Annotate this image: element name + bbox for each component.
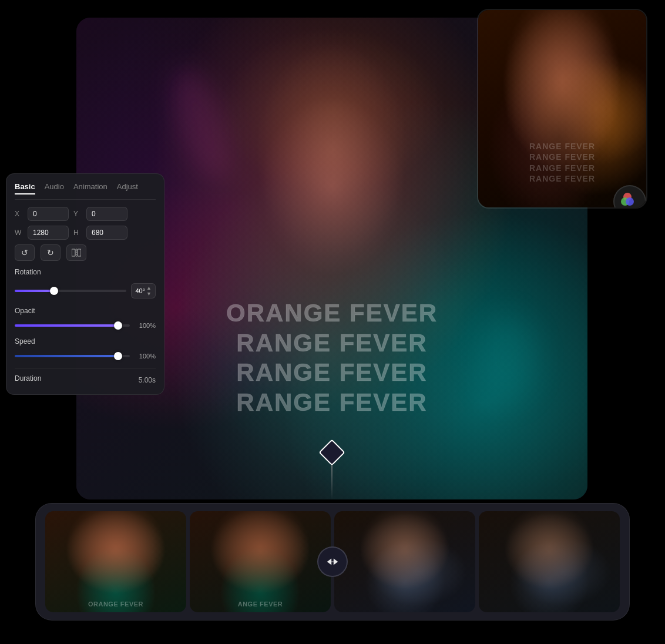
timeline-clip-1[interactable]: ORANGE FEVER xyxy=(45,511,186,612)
panel-tabs: Basic Audio Animation Adjust xyxy=(15,182,156,200)
playhead[interactable] xyxy=(323,434,341,499)
tab-adjust[interactable]: Adjust xyxy=(117,182,138,194)
speed-value: 100% xyxy=(135,353,156,360)
clip-2-label: ANGE FEVER xyxy=(190,601,331,608)
rotation-fill xyxy=(15,290,54,292)
w-input[interactable] xyxy=(28,226,69,240)
x-input[interactable] xyxy=(28,207,69,221)
thumbnail-shirt-text: RANGE FEVER RANGE FEVER RANGE FEVER RANG… xyxy=(529,141,595,184)
rotation-thumb[interactable] xyxy=(50,287,58,295)
h-label: H xyxy=(73,229,82,237)
opacity-fill xyxy=(15,324,118,327)
tab-basic[interactable]: Basic xyxy=(15,182,35,194)
opacity-thumb[interactable] xyxy=(114,321,122,330)
timeline-clip-3[interactable] xyxy=(334,511,475,612)
timeline-clip-4[interactable] xyxy=(479,511,620,612)
duration-value: 5.00s xyxy=(139,376,156,384)
blue-circle xyxy=(626,197,634,206)
opacity-label: Opacit xyxy=(15,307,35,315)
speed-section: Speed 100% xyxy=(15,337,156,360)
speed-thumb[interactable] xyxy=(114,352,122,360)
undo-button[interactable]: ↺ xyxy=(15,244,35,261)
thumbnail-background: RANGE FEVER RANGE FEVER RANGE FEVER RANG… xyxy=(478,10,646,207)
rotation-slider-row: 40° ▲▼ xyxy=(15,283,156,298)
clip-4-overlay xyxy=(479,511,620,612)
clip-2-overlay xyxy=(190,511,331,612)
xy-row: X Y xyxy=(15,207,156,221)
rotation-track xyxy=(15,290,126,292)
opacity-track xyxy=(15,324,130,327)
duration-label: Duration xyxy=(15,374,41,383)
y-input[interactable] xyxy=(86,207,127,221)
color-circles xyxy=(621,193,639,209)
speed-track xyxy=(15,355,130,357)
top-right-thumbnail: RANGE FEVER RANGE FEVER RANGE FEVER RANG… xyxy=(477,9,647,209)
w-label: W xyxy=(15,229,23,237)
cut-icon xyxy=(325,555,340,568)
rotation-section: Rotation 40° ▲▼ xyxy=(15,268,156,298)
speed-slider-wrapper[interactable] xyxy=(15,355,130,357)
split-icon xyxy=(72,249,81,257)
clip-1-overlay xyxy=(45,511,186,612)
shirt-text-overlay: ORANGE FEVER RANGE FEVER RANGE FEVER RAN… xyxy=(226,298,438,417)
opacity-slider-wrapper[interactable] xyxy=(15,324,130,327)
opacity-value: 100% xyxy=(135,322,156,329)
speed-slider-row: 100% xyxy=(15,353,156,360)
playhead-marker[interactable] xyxy=(318,439,345,465)
split-button[interactable] xyxy=(66,244,86,261)
opacity-section: Opacit 100% xyxy=(15,307,156,329)
rotation-slider-wrapper[interactable] xyxy=(15,290,126,292)
clip-3-overlay xyxy=(334,511,475,612)
cut-icon-button[interactable] xyxy=(317,546,348,577)
h-input[interactable] xyxy=(86,226,127,240)
tab-audio[interactable]: Audio xyxy=(45,182,64,194)
clip-1-label: ORANGE FEVER xyxy=(45,601,186,608)
timeline-strip: ORANGE FEVER ANGE FEVER xyxy=(35,503,630,620)
wh-row: W H xyxy=(15,226,156,240)
tab-animation[interactable]: Animation xyxy=(73,182,108,194)
properties-panel: Basic Audio Animation Adjust X Y W H ↺ ↻… xyxy=(6,173,164,395)
speed-label: Speed xyxy=(15,337,35,346)
svg-rect-0 xyxy=(72,249,75,256)
x-label: X xyxy=(15,210,23,218)
rotation-value[interactable]: 40° ▲▼ xyxy=(131,283,156,298)
y-label: Y xyxy=(73,210,82,218)
duration-row: Duration 5.00s xyxy=(15,368,156,386)
action-buttons: ↺ ↻ xyxy=(15,244,156,261)
timeline-clip-2[interactable]: ANGE FEVER xyxy=(190,511,331,612)
redo-button[interactable]: ↻ xyxy=(41,244,61,261)
rotation-label: Rotation xyxy=(15,268,41,276)
opacity-slider-row: 100% xyxy=(15,322,156,329)
svg-rect-1 xyxy=(78,249,81,256)
speed-fill xyxy=(15,355,118,357)
